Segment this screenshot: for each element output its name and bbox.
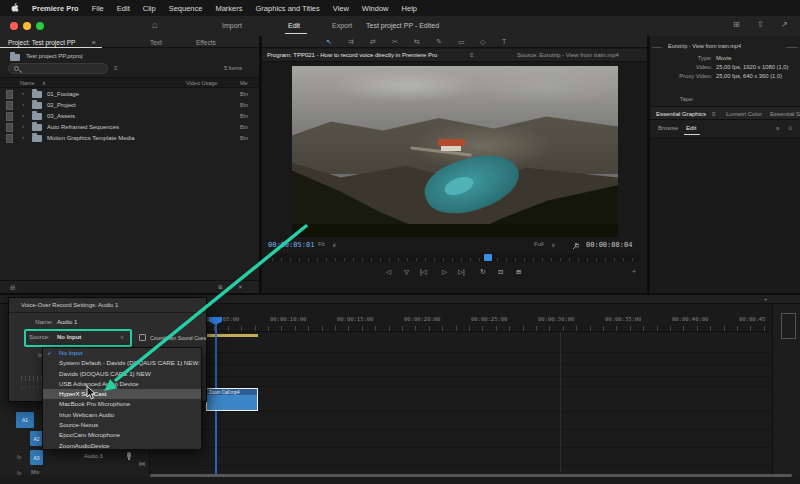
tab-export[interactable]: Export — [332, 22, 352, 29]
zoom-window-button[interactable] — [36, 22, 44, 30]
tab-effects[interactable]: Effects — [196, 39, 216, 46]
menu-file[interactable]: File — [92, 4, 104, 13]
hand-tool-icon[interactable]: ◇ — [480, 38, 485, 46]
chevron-right-icon[interactable]: › — [22, 123, 24, 129]
label-chip[interactable] — [6, 101, 13, 110]
chevron-right-icon[interactable]: › — [22, 112, 24, 118]
tab-program-monitor[interactable]: Program: TPP021 - How to record voice di… — [267, 52, 437, 58]
tab-edit[interactable]: Edit — [288, 22, 300, 29]
table-row[interactable]: › 02_Project Bin — [0, 100, 259, 111]
add-marker-icon[interactable]: ▽ — [404, 268, 409, 276]
scrubber-playhead[interactable] — [484, 254, 492, 261]
menu-help[interactable]: Help — [402, 4, 417, 13]
type-tool-icon[interactable]: T — [502, 38, 506, 45]
close-window-button[interactable] — [10, 22, 18, 30]
table-row[interactable]: › Motion Graphics Template Media Bin — [0, 133, 259, 144]
program-video-frame[interactable] — [292, 66, 618, 237]
razor-tool-icon[interactable]: ✂ — [392, 38, 398, 46]
name-value[interactable]: Audio 1 — [57, 319, 77, 325]
menu-window[interactable]: Window — [362, 4, 389, 13]
menu-item-epoccam-mic[interactable]: EpocCam Microphone — [43, 430, 201, 440]
export-frame-icon[interactable]: ⊞ — [516, 268, 521, 276]
column-video-usage[interactable]: Video Usage — [186, 80, 217, 86]
pen-tool-icon[interactable]: ✎ — [436, 38, 442, 46]
label-chip[interactable] — [6, 112, 13, 121]
source-dropdown[interactable]: No Input — [57, 334, 81, 340]
menu-item-macbook-pro-mic[interactable]: MacBook Pro Microphone — [43, 399, 201, 409]
tab-text[interactable]: Text — [150, 39, 162, 46]
list-options-icon[interactable]: ≡ — [776, 125, 779, 131]
tab-project[interactable]: Project: Test project PP — [8, 39, 75, 46]
menu-item-iriun-webcam-audio[interactable]: Iriun Webcam Audio — [43, 410, 201, 420]
tab-source-monitor[interactable]: Source: Eurotrip - View from train.mp4 — [517, 52, 619, 58]
menu-item-hyperx-solocast[interactable]: HyperX SoloCast — [43, 389, 201, 399]
ripple-edit-tool-icon[interactable]: ⇄ — [370, 38, 376, 46]
voiceover-mic-icon[interactable] — [127, 452, 131, 458]
monitor-scrubber[interactable] — [268, 253, 640, 262]
rectangle-tool-icon[interactable]: ▭ — [458, 38, 465, 46]
chevron-right-icon[interactable]: › — [22, 90, 24, 96]
new-bin-icon[interactable]: ⊞ — [218, 284, 223, 290]
menu-item-davids-doqaus[interactable]: Davids (DOQAUS CARE 1) NEW — [43, 369, 201, 379]
menu-view[interactable]: View — [333, 4, 349, 13]
countdown-checkbox[interactable] — [139, 334, 146, 341]
selection-tool-icon[interactable]: ↖ — [326, 38, 332, 46]
table-row[interactable]: › Auto Reframed Sequences Bin — [0, 122, 259, 133]
zoom-level-select[interactable]: Fit — [318, 241, 325, 247]
playback-resolution-select[interactable]: Full — [534, 241, 544, 247]
project-breadcrumb[interactable]: Test project PP.prproj — [26, 53, 83, 59]
fullscreen-icon[interactable]: ↗ — [781, 20, 788, 29]
minimize-window-button[interactable] — [23, 22, 31, 30]
bin-name[interactable]: 01_Footage — [47, 91, 79, 97]
track-name-audio3[interactable]: Audio 3 — [84, 453, 103, 459]
bin-name[interactable]: 03_Assets — [47, 113, 75, 119]
view-mode-icon[interactable]: ▤ — [10, 284, 15, 290]
chevron-right-icon[interactable]: › — [22, 101, 24, 107]
label-chip[interactable] — [6, 90, 13, 99]
table-row[interactable]: › 03_Assets Bin — [0, 111, 259, 122]
track-select-tool-icon[interactable]: ⇉ — [348, 38, 354, 46]
search-input[interactable] — [8, 63, 108, 74]
lift-icon[interactable]: ⊡ — [498, 268, 503, 276]
source-patch-a3[interactable]: A3 — [30, 450, 43, 465]
panel-menu-icon[interactable]: ≡ — [712, 111, 716, 117]
mark-in-icon[interactable]: ◁ — [386, 268, 391, 276]
slip-tool-icon[interactable]: ⇆ — [414, 38, 420, 46]
menu-sequence[interactable]: Sequence — [169, 4, 203, 13]
menu-clip[interactable]: Clip — [143, 4, 156, 13]
menu-item-no-input[interactable]: ✓ No Input — [43, 348, 201, 358]
step-back-icon[interactable]: |◁ — [420, 268, 427, 276]
delete-icon[interactable]: ✕ — [238, 284, 243, 290]
link-icon[interactable]: ⋈ — [139, 460, 146, 468]
table-row[interactable]: › 01_Footage Bin — [0, 89, 259, 100]
button-editor-icon[interactable]: + — [632, 268, 636, 275]
menu-item-source-nexus[interactable]: Source-Nexus — [43, 420, 201, 430]
subtab-edit[interactable]: Edit — [686, 125, 696, 131]
play-icon[interactable]: ▷ — [442, 268, 447, 276]
filter-icon[interactable]: ≡ — [114, 65, 118, 71]
label-chip[interactable] — [6, 134, 13, 143]
tab-essential-graphics[interactable]: Essential Graphics — [656, 111, 706, 117]
bin-name[interactable]: Motion Graphics Template Media — [47, 135, 135, 141]
column-name[interactable]: Name — [20, 80, 35, 86]
column-media[interactable]: Me — [240, 80, 248, 86]
label-chip[interactable] — [6, 123, 13, 132]
step-forward-icon[interactable]: ▷| — [458, 268, 465, 276]
current-timecode[interactable]: 00:00:05:01 — [268, 241, 314, 249]
chevron-down-icon[interactable]: ∨ — [120, 334, 124, 340]
share-icon[interactable]: ⇧ — [757, 20, 764, 29]
subtab-browse[interactable]: Browse — [658, 125, 678, 131]
menu-item-system-default[interactable]: System Default - Davids (DOQAUS CARE 1) … — [43, 358, 201, 368]
home-icon[interactable]: ⌂ — [152, 19, 158, 30]
timeline-settings-icon[interactable]: + — [764, 296, 768, 302]
menu-premiere-pro[interactable]: Premiere Pro — [32, 4, 79, 13]
menu-item-zoomaudiodevice[interactable]: ZoomAudioDevice — [43, 441, 201, 451]
settings-icon[interactable]: ⊙ — [788, 125, 793, 131]
panel-menu-icon[interactable]: ≡ — [470, 52, 474, 58]
tab-import[interactable]: Import — [222, 22, 242, 29]
menu-graphics-titles[interactable]: Graphics and Titles — [256, 4, 320, 13]
menu-markers[interactable]: Markers — [215, 4, 242, 13]
bin-name[interactable]: 02_Project — [47, 102, 76, 108]
source-patch-a1[interactable]: A1 — [16, 412, 34, 428]
menu-edit[interactable]: Edit — [117, 4, 130, 13]
